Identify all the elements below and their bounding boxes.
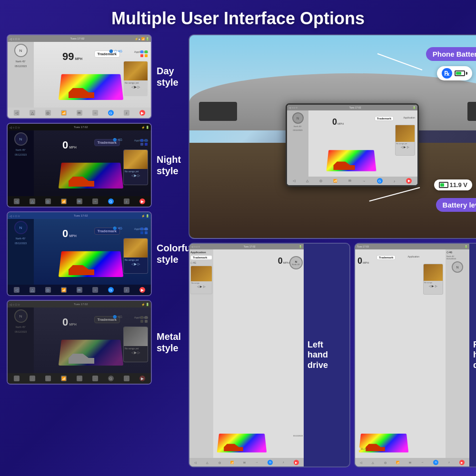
car-photo-panel: ◁ ○ □ ☆ Tues 17:02 🔋 N North 45° 05/12/2… <box>188 34 476 239</box>
right-column: ◁ ○ □ ☆ Tues 17:02 🔋 N North 45° 05/12/2… <box>188 34 476 467</box>
bluetooth-icon: ℞ <box>442 68 452 79</box>
rhd-label: Right handdrive <box>473 340 476 371</box>
phone-battery-label: Phone Battery level <box>426 47 476 61</box>
style-row-day: ◁ ○ □ ☆ Tues 17:02 ⚡▲ 📶 🔋 N North 45° 05… <box>7 34 183 119</box>
main-title: Multiple User Interface Options <box>0 0 476 34</box>
lhd-label: Left handdrive <box>307 340 346 371</box>
battery-icon <box>455 70 467 76</box>
car-battery-label: Battery level Car <box>436 198 476 212</box>
colorful-style-screen: ◁ ○ □ ☆ Tues 17:02 ⚡ 🔋 N North 45° 05/12… <box>7 211 152 296</box>
left-column: ◁ ○ □ ☆ Tues 17:02 ⚡▲ 📶 🔋 N North 45° 05… <box>7 34 183 467</box>
night-style-screen: ◁ ○ □ ☆ Tues 17:02 ⚡ 🔋 N North 45° 05/12… <box>7 123 152 208</box>
style-row-night: ◁ ○ □ ☆ Tues 17:02 ⚡ 🔋 N North 45° 05/12… <box>7 123 183 208</box>
car-battery-value: 11.9 V <box>449 181 467 188</box>
metal-style-screen: ◁ ○ □ ☆ Tues 17:02 ⚡ 🔋 N North 45° 05/12… <box>7 300 152 385</box>
night-style-label: Nightstyle <box>157 154 183 177</box>
car-battery-indicator: 11.9 V <box>434 179 472 190</box>
style-row-colorful: ◁ ○ □ ☆ Tues 17:02 ⚡ 🔋 N North 45° 05/12… <box>7 211 183 296</box>
rhd-screen: Tues 17:03 🔋 0 MPH <box>355 244 469 466</box>
bottom-right-panels: ◁ ○ □ ☆ Tues 17:02 🔋 Application Tradema… <box>188 243 476 467</box>
rhd-panel: Tues 17:03 🔋 0 MPH <box>354 243 476 467</box>
lhd-screen: ◁ ○ □ ☆ Tues 17:02 🔋 Application Tradema… <box>189 244 304 466</box>
lhd-panel: ◁ ○ □ ☆ Tues 17:02 🔋 Application Tradema… <box>188 243 350 467</box>
phone-battery-indicator: ℞ <box>437 66 472 80</box>
colorful-style-label: Colorfulstyle <box>157 242 183 265</box>
style-row-metal: ◁ ○ □ ☆ Tues 17:02 ⚡ 🔋 N North 45° 05/12… <box>7 300 183 385</box>
day-style-screen: ◁ ○ □ ☆ Tues 17:02 ⚡▲ 📶 🔋 N North 45° 05… <box>7 34 152 119</box>
day-style-label: Daystyle <box>157 65 183 88</box>
metal-style-label: Metalstyle <box>157 331 183 354</box>
